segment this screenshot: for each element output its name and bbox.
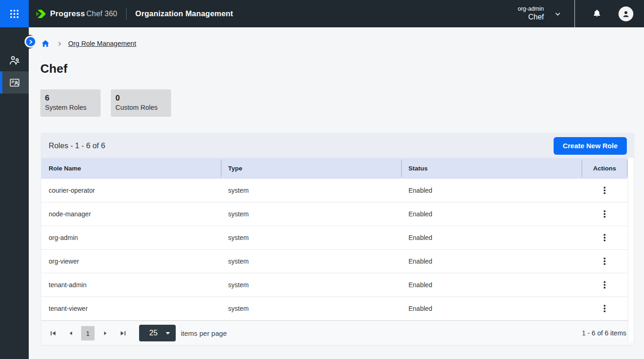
chevron-right-icon (102, 330, 108, 336)
apps-grid-icon[interactable] (0, 0, 29, 27)
cell-role-name: tenant-viewer (41, 305, 221, 312)
users-icon (8, 54, 21, 67)
sidebar-item-users[interactable] (0, 49, 29, 71)
system-roles-label: System Roles (45, 103, 96, 112)
breadcrumb-current-link[interactable]: Org Role Management (68, 40, 136, 47)
cell-type: system (221, 305, 401, 312)
cell-status: Enabled (401, 210, 581, 218)
column-header-actions: Actions (581, 158, 628, 179)
stat-cards: 6 System Roles 0 Custom Roles (40, 89, 644, 117)
cell-type: system (221, 234, 401, 241)
table-body: courier-operator system Enabled node-man… (41, 179, 634, 321)
brand-title-divider (126, 8, 127, 20)
cell-type: system (221, 210, 401, 218)
top-bar: Progress Chef 360 Organization Managemen… (0, 0, 644, 27)
user-role-label: org-admin (518, 6, 544, 13)
brand-product-text: Chef 360 (86, 10, 117, 18)
last-page-button[interactable] (116, 326, 130, 340)
custom-roles-label: Custom Roles (115, 103, 166, 112)
column-header-status[interactable]: Status (401, 158, 581, 179)
table-header-row: Role Name Type Status Actions (41, 158, 628, 179)
cell-role-name: courier-operator (41, 187, 221, 194)
cell-type: system (221, 281, 401, 289)
page-number-button[interactable]: 1 (81, 326, 95, 340)
chevron-right-icon (28, 39, 33, 44)
app-title: Organization Management (135, 9, 233, 18)
cell-status: Enabled (401, 281, 581, 289)
table-row: tenant-viewer system Enabled (41, 297, 628, 321)
last-page-icon (120, 330, 127, 337)
roles-table: Roles - 1 - 6 of 6 Create New Role Role … (41, 133, 634, 346)
id-card-icon (9, 77, 20, 88)
pager-info: 1 - 6 of 6 items (582, 329, 626, 337)
cell-type: system (221, 187, 401, 194)
cell-type: system (221, 258, 401, 265)
grid-dots-icon (9, 8, 20, 19)
sidebar-item-org-roles[interactable] (0, 71, 29, 94)
progress-logo-icon (36, 9, 47, 19)
table-toolbar: Roles - 1 - 6 of 6 Create New Role (41, 133, 634, 158)
sidebar-nav (0, 27, 29, 359)
system-roles-card: 6 System Roles (40, 89, 101, 117)
person-icon (621, 9, 631, 19)
chevron-down-icon (166, 332, 170, 335)
system-roles-count: 6 (45, 93, 96, 103)
custom-roles-card: 0 Custom Roles (111, 89, 171, 117)
custom-roles-count: 0 (115, 93, 166, 103)
previous-page-button[interactable] (64, 326, 77, 340)
bell-icon (592, 8, 602, 19)
column-header-type[interactable]: Type (221, 158, 401, 179)
first-page-button[interactable] (46, 326, 60, 340)
table-row: org-admin system Enabled (41, 226, 628, 250)
table-row: tenant-admin system Enabled (41, 273, 628, 297)
cell-status: Enabled (401, 258, 581, 265)
cell-role-name: node-manager (41, 210, 221, 218)
row-actions-kebab-icon[interactable] (600, 302, 609, 315)
table-title: Roles - 1 - 6 of 6 (49, 141, 105, 150)
page-size-value: 25 (149, 329, 158, 337)
cell-role-name: org-viewer (41, 258, 221, 265)
cell-status: Enabled (401, 305, 581, 312)
selected-indicator (0, 71, 2, 94)
table-scrollbar-track[interactable] (628, 179, 634, 341)
first-page-icon (50, 330, 57, 337)
page-title: Chef (40, 62, 644, 76)
account-avatar[interactable] (618, 6, 633, 21)
column-header-role-name[interactable]: Role Name (41, 158, 221, 179)
row-actions-kebab-icon[interactable] (600, 231, 609, 244)
row-actions-kebab-icon[interactable] (600, 255, 609, 268)
home-icon (41, 39, 50, 48)
chevron-left-icon (68, 330, 74, 336)
chevron-right-icon (57, 41, 63, 47)
cell-role-name: tenant-admin (41, 281, 221, 289)
next-page-button[interactable] (98, 326, 112, 340)
main-content: Org Role Management Chef 6 System Roles … (29, 27, 644, 359)
row-actions-kebab-icon[interactable] (600, 184, 609, 197)
table-row: courier-operator system Enabled (41, 179, 628, 202)
brand-logo: Progress Chef 360 (36, 9, 117, 19)
items-per-page-label: items per page (181, 329, 227, 337)
notifications-button[interactable] (575, 0, 618, 27)
cell-status: Enabled (401, 187, 581, 194)
create-new-role-button[interactable]: Create New Role (554, 137, 627, 155)
page-size-select[interactable]: 25 (139, 325, 176, 341)
brand-progress-text: Progress (50, 9, 85, 19)
sidebar-expand-button[interactable] (26, 37, 35, 46)
table-row: node-manager system Enabled (41, 202, 628, 226)
cell-role-name: org-admin (41, 234, 221, 241)
table-pager: 1 25 items per page 1 - 6 of 6 items (41, 321, 634, 345)
breadcrumb: Org Role Management (41, 39, 644, 48)
table-row: org-viewer system Enabled (41, 250, 628, 273)
row-actions-kebab-icon[interactable] (600, 278, 609, 291)
breadcrumb-home[interactable] (41, 39, 50, 48)
cell-status: Enabled (401, 234, 581, 241)
chevron-down-icon (554, 10, 561, 18)
user-org-label: Chef (518, 13, 544, 22)
row-actions-kebab-icon[interactable] (600, 208, 609, 220)
org-switcher[interactable]: org-admin Chef (518, 6, 561, 22)
